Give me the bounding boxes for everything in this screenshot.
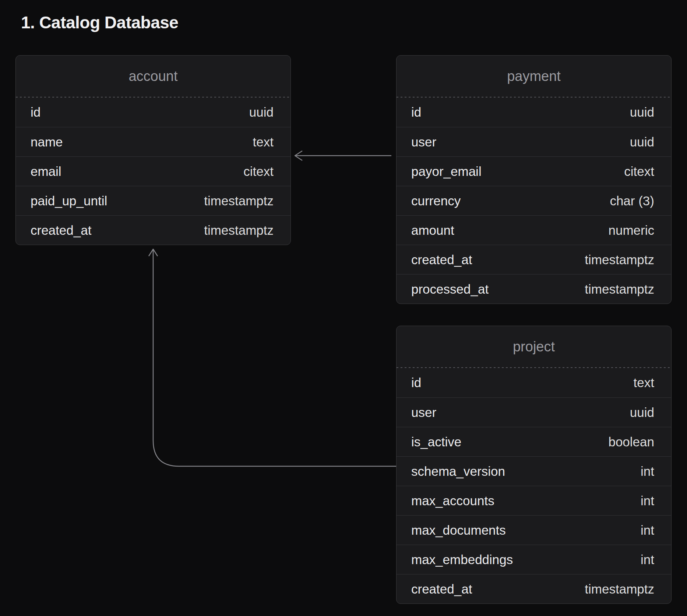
column-name: created_at [31,223,91,238]
column-name: id [31,105,40,120]
column-row-id: id uuid [16,98,290,127]
column-row-amount: amount numeric [397,215,671,245]
column-row-created_at: created_at timestamptz [16,215,290,245]
column-type: uuid [630,135,654,149]
column-type: citext [243,164,274,179]
table-name: account [16,56,290,97]
column-name: currency [411,194,461,208]
column-name: payor_email [411,164,482,179]
column-row-max_accounts: max_accounts int [397,486,671,515]
connector-project-to-account[interactable] [149,249,396,466]
table-project[interactable]: project id text user uuid is_active bool… [396,326,672,604]
column-row-email: email citext [16,156,290,186]
column-name: name [31,135,63,149]
column-row-processed_at: processed_at timestamptz [397,274,671,304]
column-row-paid_up_until: paid_up_until timestamptz [16,186,290,215]
column-type: char (3) [610,194,654,208]
column-row-name: name text [16,127,290,156]
table-name: payment [397,56,671,97]
column-type: uuid [249,105,274,120]
column-name: is_active [411,435,461,449]
page-title: 1. Catalog Database [21,13,178,32]
table-name: project [397,326,671,367]
column-type: timestamptz [585,282,654,297]
column-type: boolean [608,435,654,449]
column-type: text [634,375,654,390]
column-name: id [411,375,421,390]
page-title-number: 1. [21,13,35,32]
column-name: schema_version [411,464,505,479]
column-name: created_at [411,252,472,267]
column-name: user [411,405,436,420]
column-row-id: id uuid [397,98,671,127]
column-name: id [411,105,421,120]
column-type: citext [624,164,654,179]
column-row-max_documents: max_documents int [397,515,671,545]
column-name: amount [411,223,454,238]
column-type: int [641,523,654,538]
column-name: user [411,135,436,149]
column-name: processed_at [411,282,489,297]
column-rows: id uuid user uuid payor_email citext cur… [397,98,671,304]
column-row-user: user uuid [397,397,671,427]
column-type: timestamptz [585,582,654,596]
column-rows: id text user uuid is_active boolean sche… [397,368,671,603]
column-row-created_at: created_at timestamptz [397,574,671,603]
column-type: int [641,493,654,508]
column-type: int [641,552,654,567]
column-row-created_at: created_at timestamptz [397,245,671,274]
column-row-schema_version: schema_version int [397,456,671,486]
column-type: uuid [630,105,654,120]
table-payment[interactable]: payment id uuid user uuid payor_email ci… [396,55,672,304]
column-type: uuid [630,405,654,420]
column-name: max_documents [411,523,506,538]
page-title-text: Catalog Database [39,13,178,32]
column-type: int [641,464,654,479]
column-type: text [253,135,274,149]
column-row-user: user uuid [397,127,671,156]
column-row-max_embeddings: max_embeddings int [397,545,671,574]
table-account[interactable]: account id uuid name text email citext p… [15,55,291,245]
connector-line [153,250,396,466]
column-type: timestamptz [585,252,654,267]
column-name: created_at [411,582,472,596]
column-name: max_accounts [411,493,494,508]
column-row-currency: currency char (3) [397,186,671,215]
column-row-is_active: is_active boolean [397,427,671,456]
column-row-payor_email: payor_email citext [397,156,671,186]
column-type: timestamptz [204,223,274,238]
column-name: max_embeddings [411,552,513,567]
column-row-id: id text [397,368,671,397]
column-name: paid_up_until [31,194,107,208]
column-name: email [31,164,61,179]
column-type: numeric [609,223,654,238]
connector-payment-to-account[interactable] [295,151,391,160]
column-rows: id uuid name text email citext paid_up_u… [16,98,290,245]
column-type: timestamptz [204,194,274,208]
